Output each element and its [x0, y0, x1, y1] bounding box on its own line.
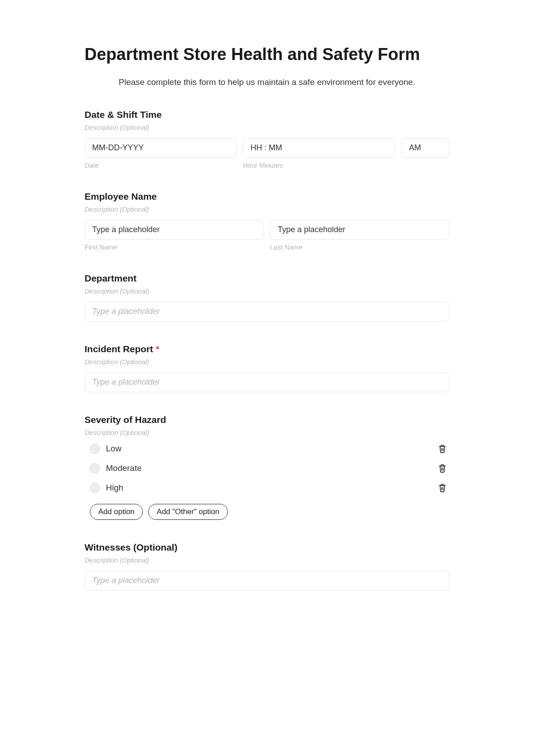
first-name-input[interactable] — [85, 220, 264, 240]
severity-option-high[interactable]: High — [85, 483, 449, 493]
severity-option-buttons: Add option Add "Other" option — [85, 504, 449, 520]
incident-input[interactable] — [85, 373, 449, 392]
trash-icon — [438, 444, 447, 454]
form-container: Department Store Health and Safety Form … — [85, 0, 449, 631]
time-input[interactable] — [243, 138, 395, 158]
ampm-value: AM — [409, 143, 421, 153]
last-name-input[interactable] — [270, 220, 449, 240]
field-department: Department Description (Optional) — [85, 273, 449, 322]
severity-option-text: Moderate — [106, 463, 437, 473]
desc-severity[interactable]: Description (Optional) — [85, 429, 449, 436]
label-department: Department — [85, 273, 449, 284]
severity-option-text: Low — [106, 444, 437, 454]
field-date-shift: Date & Shift Time Description (Optional)… — [85, 109, 449, 169]
add-other-option-button[interactable]: Add "Other" option — [148, 504, 228, 520]
desc-incident-report[interactable]: Description (Optional) — [85, 358, 449, 366]
delete-option-button[interactable] — [437, 443, 448, 454]
field-witnesses: Witnesses (Optional) Description (Option… — [85, 542, 449, 591]
label-employee-name: Employee Name — [85, 191, 449, 202]
delete-option-button[interactable] — [437, 483, 448, 493]
delete-option-button[interactable] — [437, 463, 448, 474]
severity-option-text: High — [106, 483, 437, 493]
sublabel-first-name: First Name — [85, 243, 264, 251]
severity-options-list: Low Moderate High — [85, 443, 449, 493]
severity-option-low[interactable]: Low — [85, 443, 449, 454]
label-severity: Severity of Hazard — [85, 414, 449, 425]
sublabel-time: Hour Minutes — [243, 161, 395, 169]
date-input[interactable] — [85, 138, 237, 158]
label-incident-text: Incident Report — [85, 344, 153, 354]
desc-employee-name[interactable]: Description (Optional) — [85, 205, 449, 213]
desc-date-shift[interactable]: Description (Optional) — [85, 124, 449, 131]
desc-department[interactable]: Description (Optional) — [85, 287, 449, 295]
severity-option-moderate[interactable]: Moderate — [85, 463, 449, 474]
desc-witnesses[interactable]: Description (Optional) — [85, 556, 449, 564]
department-input[interactable] — [85, 302, 449, 322]
page-title: Department Store Health and Safety Form — [85, 44, 449, 65]
page-subtitle: Please complete this form to help us mai… — [85, 77, 449, 87]
add-option-button[interactable]: Add option — [90, 504, 143, 520]
radio-icon — [90, 444, 100, 454]
required-star: * — [156, 344, 159, 354]
sublabel-date: Date — [85, 161, 237, 169]
field-employee-name: Employee Name Description (Optional) Fir… — [85, 191, 449, 251]
radio-icon — [90, 463, 100, 473]
field-severity: Severity of Hazard Description (Optional… — [85, 414, 449, 520]
trash-icon — [438, 463, 447, 473]
radio-icon — [90, 483, 100, 493]
ampm-select[interactable]: AM — [401, 138, 449, 158]
label-witnesses: Witnesses (Optional) — [85, 542, 449, 553]
witnesses-input[interactable] — [85, 571, 449, 591]
label-incident-report: Incident Report * — [85, 344, 449, 354]
field-incident-report: Incident Report * Description (Optional) — [85, 344, 449, 392]
sublabel-last-name: Last Name — [270, 243, 449, 251]
label-date-shift: Date & Shift Time — [85, 109, 449, 120]
trash-icon — [438, 483, 447, 493]
